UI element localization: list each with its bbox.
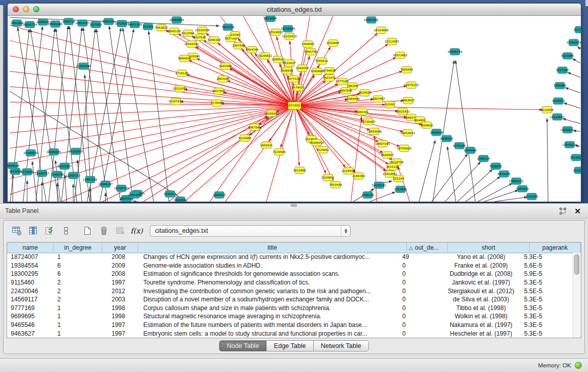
table-row[interactable]: 1938455462009Genome-wide association stu… [7,261,573,270]
table-settings-icon[interactable] [10,224,24,238]
table-cell[interactable]: Franke et al. (2009) [440,262,522,269]
table-cell[interactable]: 5.3E-5 [522,279,573,286]
table-cell[interactable]: Genome-wide association studies in ADHD. [138,262,399,269]
table-cell[interactable]: 1 [54,330,102,337]
table-cell[interactable]: 1 [54,313,102,320]
column-header-name[interactable]: name [7,243,54,253]
table-cell[interactable]: 1997 [102,330,138,337]
table-cell[interactable]: Jankovic et al. (1997) [440,279,522,286]
table-cell[interactable]: 0 [399,330,440,337]
table-cell[interactable]: 18300295 [7,270,54,277]
table-cell[interactable]: de Silva et al. (2003) [440,296,522,303]
import-table-icon[interactable] [42,224,57,238]
table-select-dropdown[interactable]: citations_edges.txt [150,225,351,237]
table-cell[interactable]: 5.3E-5 [522,296,573,303]
table-row[interactable]: 911546021997Tourette syndrome. Phenomeno… [7,278,573,287]
function-icon[interactable]: f(x) [130,227,143,235]
network-graph[interactable]: 2401354240557242169140206914062493714106… [8,16,581,202]
table-cell[interactable]: Disruption of a novel member of a sodium… [138,296,399,303]
table-cell[interactable]: Tibbo et al. (1998) [440,304,522,312]
table-cell[interactable]: 2 [54,296,102,303]
table-cell[interactable]: 6 [54,270,102,277]
table-cell[interactable]: 0 [399,304,440,312]
table-cell[interactable]: 1998 [102,313,138,320]
table-cell[interactable]: 9777169 [7,304,54,312]
column-header-pagerank[interactable]: pagerank [530,243,581,253]
table-cell[interactable]: 0 [399,296,440,303]
table-cell[interactable]: 1997 [102,279,138,286]
table-cell[interactable]: 6 [54,262,102,269]
table-row[interactable]: 1830029562008Estimation of significance … [7,270,573,278]
table-scrollbar[interactable] [573,253,581,338]
column-header-in-degree[interactable]: in_degree [54,243,102,253]
table-cell[interactable]: 5.9E-5 [522,270,573,277]
table-cell[interactable]: Hescheler et al. (1997) [440,330,522,337]
column-header-title[interactable]: title [138,243,407,253]
table-cell[interactable]: Tourette syndrome. Phenomenology and cla… [138,279,399,286]
table-cell[interactable]: 2009 [102,262,138,269]
table-cell[interactable]: 0 [399,262,440,269]
table-row[interactable]: 946554611997Estimation of the future num… [7,321,573,330]
panel-splitter-handle[interactable] [291,204,297,207]
table-cell[interactable]: 0 [399,313,440,320]
table-cell[interactable]: Structural magnetic resonance image aver… [138,313,399,320]
table-cell[interactable]: 5.3E-5 [522,304,573,312]
table-row[interactable]: 1872400712008Changes of HCN gene express… [7,253,573,261]
table-cell[interactable]: 22420046 [7,288,54,295]
table-cell[interactable]: Dudbridge et al. (2008) [440,270,522,277]
close-panel-icon[interactable]: ✕ [574,207,581,215]
table-cell[interactable]: Corpus callosum shape and size in male p… [138,304,399,312]
table-cell[interactable]: 2008 [102,270,138,277]
scrollbar-thumb[interactable] [574,254,579,275]
table-cell[interactable]: 5.3E-5 [522,253,573,260]
table-cell[interactable]: Wolkin et al. (1998) [440,313,522,320]
new-document-icon[interactable] [80,224,95,238]
table-row[interactable]: 977716911998Corpus callosum shape and si… [7,304,573,313]
table-cell[interactable]: 0 [399,321,440,329]
tab-node-table[interactable]: Node Table [220,341,267,351]
show-column-icon[interactable] [26,224,40,238]
table-cell[interactable]: 5.3E-5 [522,313,573,320]
table-row[interactable]: 1456911722003Disruption of a novel membe… [7,295,573,304]
table-cell[interactable]: Nakamura et al. (1997) [440,321,522,329]
table-cell[interactable]: 5.3E-5 [522,330,573,337]
table-cell[interactable]: 5.6E-5 [522,262,573,269]
table-cell[interactable]: 1998 [102,304,138,312]
table-cell[interactable]: 9463627 [7,330,54,337]
float-panel-icon[interactable] [559,207,567,215]
table-cell[interactable]: 9465546 [7,321,54,329]
column-header-year[interactable]: year [102,243,138,253]
table-cell[interactable]: 1 [54,253,102,260]
table-cell[interactable]: Investigating the contribution of common… [138,288,399,295]
rows-icon[interactable] [59,224,73,238]
table-cell[interactable]: Estimation of significance thresholds fo… [138,270,399,277]
table-cell[interactable]: 2012 [102,288,138,295]
table-cell[interactable]: Yano et al. (2008) [440,253,522,260]
table-cell[interactable]: 9115460 [7,279,54,286]
table-cell[interactable]: Changes of HCN gene expression and I(f) … [138,253,399,260]
table-row[interactable]: 969969511998Structural magnetic resonanc… [7,312,573,321]
table-row[interactable]: 2242004622012Investigating the contribut… [7,287,573,295]
table-cell[interactable]: 5.3E-5 [522,321,573,329]
table-cell[interactable]: 1997 [102,321,138,329]
table-cell[interactable]: 2008 [102,253,138,260]
table-cell[interactable]: 49 [399,253,440,260]
table-cell[interactable]: 19384554 [7,262,54,269]
tab-network-table[interactable]: Network Table [314,341,368,351]
table-cell[interactable]: Stergiakouli et al. (2012) [440,288,522,295]
table-row[interactable]: 946362711997Embryonic stem cells: a mode… [7,329,573,338]
column-header-short[interactable]: short [448,243,530,253]
table-cell[interactable]: 0 [399,270,440,277]
table-cell[interactable]: 14569117 [7,296,54,303]
table-cell[interactable]: 1 [54,321,102,329]
table-cell[interactable]: 2 [54,279,102,286]
table-cell[interactable]: 9699695 [7,313,54,320]
table-cell[interactable]: 0 [399,288,440,295]
column-header-out-de-[interactable]: △out_de... [407,243,448,253]
table-cell[interactable]: 2 [54,288,102,295]
table-cell[interactable]: Estimation of the future numbers of pati… [138,321,399,329]
table-cell[interactable]: Embryonic stem cells: a model to study s… [138,330,399,337]
table-cell[interactable]: 2003 [102,296,138,303]
table-cell[interactable]: 5.5E-5 [522,288,573,295]
network-canvas[interactable]: 2401354240557242169140206914062493714106… [8,16,581,202]
